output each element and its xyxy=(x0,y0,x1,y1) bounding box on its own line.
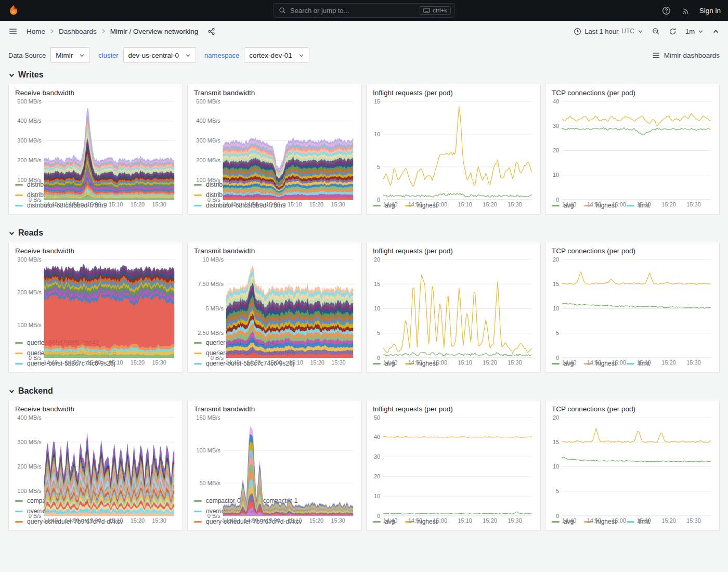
panel-writes-receive-bandwidth: Receive bandwidth 0 B/s100 MB/s200 MB/s3… xyxy=(8,84,183,215)
namespace-select[interactable]: cortex-dev-01 xyxy=(244,47,309,63)
cluster-select[interactable]: dev-us-central-0 xyxy=(123,47,197,63)
grafana-logo[interactable] xyxy=(7,4,20,17)
timeseries-chart[interactable]: 0 B/s100 MB/s200 MB/s300 MB/s400 MB/s500… xyxy=(193,98,356,178)
chevron-right-icon xyxy=(100,28,107,34)
panel-title[interactable]: Transmit bandwidth xyxy=(193,244,356,256)
timeseries-chart[interactable]: 0 B/s100 MB/s200 MB/s300 MB/s400 MB/s500… xyxy=(14,98,177,178)
section-header-backend[interactable]: Backend xyxy=(0,381,728,400)
time-range-picker[interactable]: Last 1 hour UTC xyxy=(570,25,647,37)
panel-title[interactable]: TCP connections (per pod) xyxy=(551,402,714,414)
sign-in-button[interactable]: Sign in xyxy=(699,7,721,15)
mimir-dashboards-button[interactable]: Mimir dashboards xyxy=(652,51,720,59)
svg-text:14:40: 14:40 xyxy=(223,517,237,524)
svg-text:15:30: 15:30 xyxy=(686,517,701,524)
svg-text:15:20: 15:20 xyxy=(131,201,145,207)
svg-text:5: 5 xyxy=(377,330,380,336)
svg-text:15:20: 15:20 xyxy=(131,359,145,366)
panel-title[interactable]: Receive bandwidth xyxy=(14,402,177,414)
panel-title[interactable]: Inflight requests (per pod) xyxy=(372,402,535,414)
svg-text:15:30: 15:30 xyxy=(152,201,166,207)
panel-reads-receive-bandwidth: Receive bandwidth 0 B/s100 MB/s200 MB/s3… xyxy=(8,242,183,373)
svg-text:14:40: 14:40 xyxy=(383,517,398,524)
svg-text:15:10: 15:10 xyxy=(109,201,123,207)
svg-text:15:10: 15:10 xyxy=(109,517,123,524)
search-placeholder: Search or jump to... xyxy=(290,7,415,15)
svg-text:15:30: 15:30 xyxy=(152,517,166,524)
timeseries-chart[interactable]: 0 B/s50 MB/s100 MB/s150 MB/s14:4014:5015… xyxy=(193,414,356,495)
timezone-label: UTC xyxy=(621,28,634,35)
chevron-up-icon xyxy=(712,28,719,35)
datasource-variable: Data Source Mimir xyxy=(8,47,90,63)
svg-text:40: 40 xyxy=(374,434,380,440)
reads-panel-row: Receive bandwidth 0 B/s100 MB/s200 MB/s3… xyxy=(0,242,728,373)
timeseries-chart[interactable]: 0 B/s100 MB/s200 MB/s300 MB/s14:4014:501… xyxy=(14,256,177,336)
zoom-out-time-button[interactable] xyxy=(648,25,664,37)
panel-title[interactable]: Transmit bandwidth xyxy=(193,402,356,414)
namespace-label[interactable]: namespace xyxy=(204,51,239,59)
panel-title[interactable]: Inflight requests (per pod) xyxy=(372,86,535,98)
svg-text:10: 10 xyxy=(553,305,559,311)
svg-text:15:00: 15:00 xyxy=(433,359,448,366)
timeseries-chart[interactable]: 0 B/s2.50 MB/s5 MB/s7.50 MB/s10 MB/s14:4… xyxy=(193,256,356,336)
panel-title[interactable]: Transmit bandwidth xyxy=(193,86,356,98)
panel-title[interactable]: TCP connections (per pod) xyxy=(551,86,714,98)
breadcrumb-current-dashboard: Mimir / Overview networking xyxy=(108,27,201,36)
svg-text:20: 20 xyxy=(553,414,559,421)
datasource-select[interactable]: Mimir xyxy=(50,47,90,63)
panel-title[interactable]: Inflight requests (per pod) xyxy=(372,244,535,256)
svg-text:15:00: 15:00 xyxy=(87,517,101,524)
svg-text:15:00: 15:00 xyxy=(433,517,448,524)
svg-text:15:00: 15:00 xyxy=(612,517,627,524)
svg-text:10 MB/s: 10 MB/s xyxy=(203,256,224,263)
svg-text:10: 10 xyxy=(374,305,380,311)
refresh-button[interactable] xyxy=(665,25,680,37)
breadcrumb-dashboards[interactable]: Dashboards xyxy=(56,27,99,36)
timeseries-chart[interactable]: 05101514:4014:5015:0015:1015:2015:30 xyxy=(372,98,535,199)
timeseries-chart[interactable]: 01020304014:4014:5015:0015:1015:2015:30 xyxy=(551,98,714,199)
svg-text:20: 20 xyxy=(374,473,380,479)
section-title: Writes xyxy=(18,70,44,80)
svg-text:300 MB/s: 300 MB/s xyxy=(17,256,42,263)
svg-text:400 MB/s: 400 MB/s xyxy=(17,118,42,124)
mega-menu-toggle[interactable] xyxy=(5,25,21,37)
svg-text:15:00: 15:00 xyxy=(87,359,101,366)
help-button[interactable] xyxy=(661,5,672,16)
panel-title[interactable]: Receive bandwidth xyxy=(14,86,177,98)
svg-text:15:20: 15:20 xyxy=(309,517,324,524)
svg-text:15:20: 15:20 xyxy=(131,517,145,524)
svg-text:14:50: 14:50 xyxy=(587,517,602,524)
svg-text:15:00: 15:00 xyxy=(87,201,101,207)
search-input[interactable]: Search or jump to... ctrl+k xyxy=(274,3,454,18)
timeseries-chart[interactable]: 0102030405014:4014:5015:0015:1015:2015:3… xyxy=(372,414,535,515)
svg-text:14:50: 14:50 xyxy=(244,517,258,524)
breadcrumb-home[interactable]: Home xyxy=(24,27,48,36)
collapse-toolbar-button[interactable] xyxy=(709,26,723,37)
timeseries-chart[interactable]: 0510152014:4014:5015:0015:1015:2015:30 xyxy=(551,414,714,515)
svg-text:400 MB/s: 400 MB/s xyxy=(196,118,220,124)
mimir-dashboards-label: Mimir dashboards xyxy=(664,51,720,59)
svg-text:200 MB/s: 200 MB/s xyxy=(196,157,220,163)
svg-text:15:00: 15:00 xyxy=(433,201,448,207)
timeseries-chart[interactable]: 0510152014:4014:5015:0015:1015:2015:30 xyxy=(551,256,714,357)
section-header-reads[interactable]: Reads xyxy=(0,223,728,242)
cluster-label[interactable]: cluster xyxy=(98,51,118,59)
svg-text:0: 0 xyxy=(556,513,559,519)
section-header-writes[interactable]: Writes xyxy=(0,65,728,84)
svg-text:10: 10 xyxy=(374,131,380,137)
svg-text:0: 0 xyxy=(556,197,559,203)
svg-text:0 B/s: 0 B/s xyxy=(211,355,224,361)
news-feed-button[interactable] xyxy=(680,5,691,16)
svg-text:15: 15 xyxy=(374,281,380,287)
panel-title[interactable]: Receive bandwidth xyxy=(14,244,177,256)
panel-title[interactable]: TCP connections (per pod) xyxy=(551,244,714,256)
panel-writes-inflight-requests: Inflight requests (per pod) 05101514:401… xyxy=(366,84,541,215)
refresh-interval-picker[interactable]: 1m xyxy=(682,25,707,37)
svg-text:15:10: 15:10 xyxy=(289,359,304,366)
timeseries-chart[interactable]: 0 B/s100 MB/s200 MB/s300 MB/s400 MB/s14:… xyxy=(14,414,177,495)
share-dashboard-button[interactable] xyxy=(204,25,219,37)
svg-text:7.50 MB/s: 7.50 MB/s xyxy=(198,281,224,287)
svg-text:0 B/s: 0 B/s xyxy=(207,513,221,519)
timeseries-chart[interactable]: 0510152014:4014:5015:0015:1015:2015:30 xyxy=(372,256,535,357)
svg-text:20: 20 xyxy=(374,256,380,263)
svg-text:15:20: 15:20 xyxy=(661,359,676,366)
